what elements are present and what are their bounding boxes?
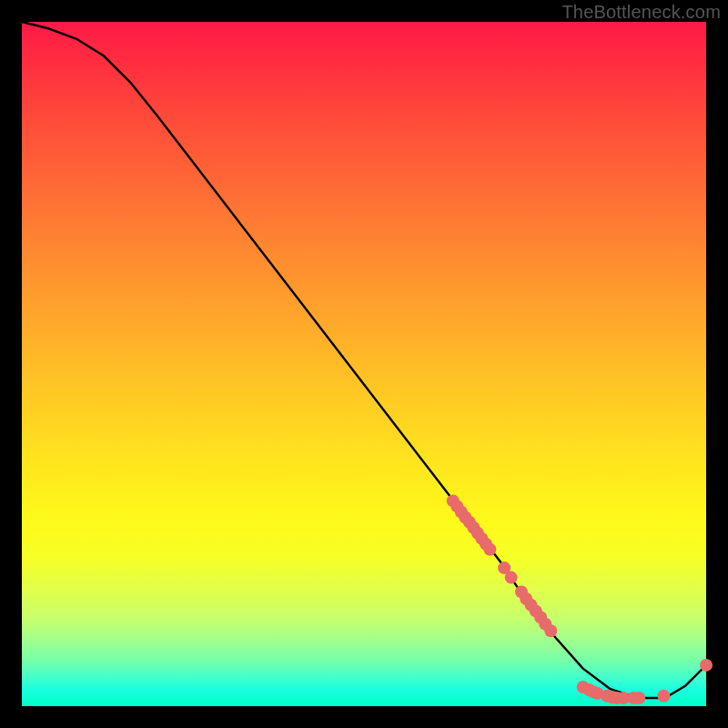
data-point	[657, 690, 670, 703]
data-points-group	[447, 494, 713, 704]
chart-stage: TheBottleneck.com	[0, 0, 728, 728]
data-point	[544, 624, 557, 637]
data-point	[483, 543, 496, 556]
data-point	[505, 571, 518, 584]
data-point	[700, 659, 713, 672]
data-point	[632, 692, 645, 704]
chart-svg	[22, 22, 706, 706]
plot-area	[22, 22, 706, 706]
watermark-text: TheBottleneck.com	[561, 2, 721, 23]
bottleneck-curve	[22, 22, 706, 698]
